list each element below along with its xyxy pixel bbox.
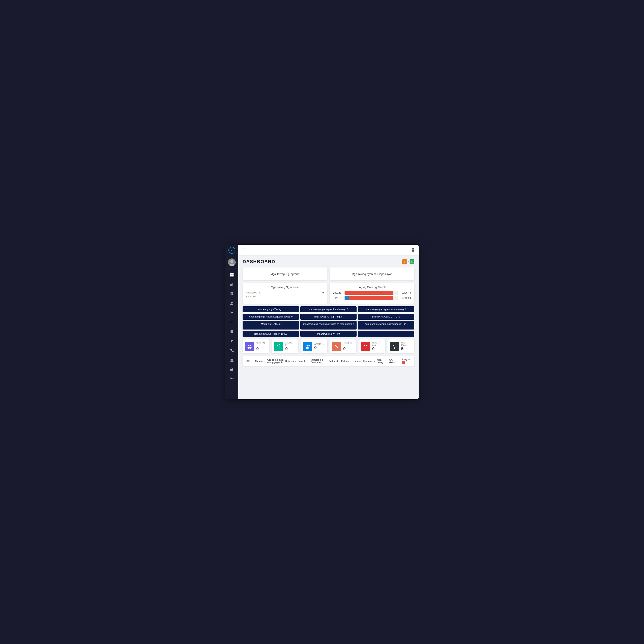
svg-rect-7 [231,284,232,286]
card-log: Log ng Oras ng Ahente 232323 00:26:49 44… [330,283,414,304]
page-title: DASHBOARD [243,259,275,264]
svg-point-19 [231,359,232,360]
metric-info-paused: Naka-pau... 0 [372,342,383,351]
stat-waiting: mga tawag na naghihintay para sa mga ahe… [300,321,357,330]
svg-point-14 [230,304,233,305]
metric-logged-in: Naka-log ... 0 [243,339,269,353]
sidebar-item-users[interactable] [227,299,237,307]
metric-value-patakbo: 5 [401,346,412,351]
aksyon-badge [402,361,405,364]
svg-rect-4 [230,275,232,276]
svg-point-37 [365,345,367,347]
badge-g: G [410,259,414,264]
card-ingroup: Mga Tawag Ng Ingroup [243,267,327,280]
sidebar-item-bag[interactable] [227,365,237,374]
page-content: DASHBOARD T / G Mga Tawag Ng Ingroup Mga… [238,255,419,399]
svg-point-0 [230,260,233,263]
log-time-2: 00:12:00 [400,297,411,299]
metric-icon-agent-n: i [303,342,312,351]
log-time-1: 00:26:49 [400,292,411,294]
sidebar-item-campaigns[interactable] [227,308,237,317]
sidebar-logo: D [225,245,238,256]
sidebar-item-filter[interactable] [227,337,237,345]
svg-point-22 [232,360,234,362]
metric-value-paused: 0 [372,346,383,351]
metric-agent-n: i Ahente N... 0 [301,339,327,353]
svg-rect-5 [232,275,234,276]
main-content: ☰ DASHBOARD T / G Mga Tawag Ng [238,245,419,399]
page-header: DASHBOARD T / G [243,259,414,264]
svg-rect-38 [366,345,366,346]
metric-label-paused: Naka-pau... [372,342,383,346]
sidebar: D [225,245,238,399]
col-estado: Estado [340,360,353,362]
log-bar-2a [345,296,349,300]
col-lead-id: Lead Id [297,360,310,362]
stat-drop-percent: Kabuuang porsyento ng Pagbagsak : 0% [358,321,414,330]
sidebar-item-phone[interactable] [227,346,237,355]
log-row-2: 4444 00:12:00 [333,296,411,300]
col-grupo: Grupo ng mga manggagamit [266,358,284,364]
svg-rect-16 [230,321,233,321]
log-bar-wrap-2 [345,296,398,300]
col-caller-id: Caller Id [328,360,340,362]
col-kampanya: Kampanya [362,360,376,362]
svg-point-32 [307,345,308,346]
sidebar-nav [225,269,238,383]
cards-row-2: Mga Tawag Ng Ahente Papalabas na 0 Auto … [243,283,414,304]
metric-agent-in: Ahente In... 0 [272,339,298,353]
col-mga-tawag: Mga tawag [376,358,389,364]
metric-value-agent-in: 0 [285,346,296,351]
stat-madadial: Mada-dial: 548532 [243,321,299,330]
badge-slash: / [408,260,409,263]
stat-total-calls: Kabuuang mga Tawag: 1 [243,306,299,312]
user-menu-button[interactable] [411,247,415,253]
svg-rect-6 [230,284,231,286]
log-row-1: 232323 00:26:49 [333,291,411,295]
card-log-title: Log ng Oras ng Ahente [333,286,411,289]
sidebar-avatar[interactable] [225,256,238,269]
svg-point-25 [412,248,414,250]
header-badges: T / G [402,259,414,264]
hamburger-button[interactable]: ☰ [242,248,245,252]
sidebar-item-documents[interactable] [227,289,237,298]
metric-info-patakbo: Mga Pata... 5 [401,342,412,351]
card-disposisyon: Mga Tawag Ayon sa Disposisyon [330,267,414,280]
svg-rect-17 [230,322,233,322]
metric-patakbo: Mga Pata... 5 [387,339,414,353]
sidebar-item-team[interactable] [227,355,237,364]
card-ahente-row-1: Papalabas na 0 [246,291,324,294]
logo-circle: D [228,247,235,254]
svg-rect-23 [230,369,233,371]
table-header: SIP Ahente Grupo ng mga manggagamit Kata… [243,356,414,366]
badge-t: T [402,259,407,264]
sidebar-item-reports[interactable] [227,280,237,289]
col-numero: Numero ng Customer [310,358,328,364]
col-mmss: mm:ss [353,360,362,362]
metric-info-tawag: Tawag sa ... 0 [343,342,354,351]
svg-rect-39 [366,345,367,346]
metric-value-agent-n: 0 [314,345,325,350]
sidebar-item-list[interactable] [227,318,237,326]
sidebar-item-file[interactable] [227,327,237,336]
topbar-right [411,247,415,253]
metric-info-logged: Naka-log ... 0 [256,342,267,351]
metric-tawag: Tawag sa ... 0 [330,339,356,353]
metric-value-tawag: 0 [343,346,354,351]
log-bar-1 [345,291,393,295]
sidebar-item-settings[interactable] [227,374,237,383]
metric-label-agent-n: Ahente N... [314,343,325,345]
svg-marker-15 [231,311,233,314]
sidebar-item-dashboard[interactable] [227,270,237,279]
stats-grid: Kabuuang mga Tawag: 1 Kabuuang mga papas… [243,306,414,337]
col-ahente: Ahente [254,360,266,362]
log-id-1: 232323 [333,292,343,294]
metric-label-tawag: Tawag sa ... [343,342,354,346]
svg-point-24 [231,378,232,379]
ahente-row2-label: Auto Dial [246,295,256,298]
ahente-row1-label: Papalabas na [246,291,260,294]
svg-point-33 [306,347,309,349]
card-ahente-title: Mga Tawag Ng Ahente [246,286,324,289]
stat-dropped: BINABA / NASAGOT : 0 / 0 [358,314,414,320]
stat-ringing: mga tawag na nagri-ring: 0 [300,314,357,320]
